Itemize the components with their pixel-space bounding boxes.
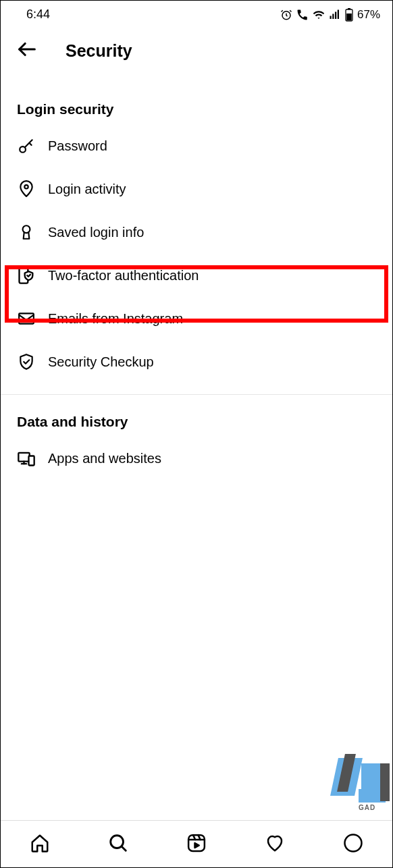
status-bar: 6:44 67% (1, 1, 392, 26)
heart-icon (265, 833, 285, 856)
svg-rect-12 (19, 313, 34, 323)
watermark-text: GAD (359, 804, 375, 811)
status-time: 6:44 (26, 7, 50, 22)
nav-profile[interactable] (341, 832, 365, 857)
svg-rect-13 (18, 453, 29, 462)
row-apps-and-websites[interactable]: Apps and websites (1, 437, 392, 480)
page-title: Security (66, 41, 132, 61)
svg-rect-14 (29, 456, 34, 466)
nav-reels[interactable] (184, 832, 209, 857)
signal-icon (329, 9, 341, 21)
row-label: Password (48, 138, 107, 154)
status-icons: 67% (280, 8, 380, 22)
row-login-activity[interactable]: Login activity (1, 167, 392, 211)
envelope-icon (17, 309, 36, 328)
svg-rect-7 (346, 13, 352, 20)
phone-call-icon (296, 9, 309, 21)
key-icon (17, 136, 36, 155)
nav-activity[interactable] (263, 832, 287, 857)
battery-icon (345, 8, 353, 22)
row-saved-login-info[interactable]: Saved login info (1, 211, 392, 254)
row-label: Login activity (48, 182, 126, 197)
search-icon (108, 833, 128, 856)
svg-rect-2 (332, 13, 334, 19)
home-icon (30, 833, 50, 856)
bottom-navigation (1, 820, 392, 867)
back-arrow-icon[interactable] (16, 38, 38, 63)
nav-home[interactable] (28, 832, 52, 857)
alarm-icon (280, 9, 292, 21)
svg-rect-4 (338, 9, 339, 19)
page-header: Security (1, 26, 392, 69)
row-security-checkup[interactable]: Security Checkup (1, 340, 392, 383)
svg-rect-1 (330, 16, 331, 19)
phone-shield-icon (17, 266, 36, 285)
svg-rect-3 (335, 11, 336, 19)
keyhole-icon (17, 223, 36, 242)
battery-percentage: 67% (357, 8, 380, 22)
nav-search[interactable] (106, 832, 130, 857)
section-header-login-security: Login security (1, 69, 392, 124)
svg-point-17 (345, 834, 362, 851)
section-header-data-history: Data and history (1, 395, 392, 437)
profile-avatar-icon (343, 833, 363, 856)
row-label: Two-factor authentication (48, 268, 199, 283)
row-emails-from-instagram[interactable]: Emails from Instagram (1, 297, 392, 340)
row-label: Emails from Instagram (48, 311, 183, 327)
svg-rect-6 (348, 8, 350, 9)
row-label: Security Checkup (48, 354, 154, 370)
content-area: Login security Password Login activity S… (1, 69, 392, 480)
devices-icon (17, 449, 36, 468)
row-label: Saved login info (48, 225, 144, 240)
svg-point-9 (24, 185, 28, 188)
location-pin-icon (17, 180, 36, 198)
watermark-logo: GAD (325, 754, 392, 819)
reels-icon (186, 833, 207, 856)
row-two-factor-authentication[interactable]: Two-factor authentication (1, 254, 392, 297)
wifi-icon (313, 9, 325, 21)
row-password[interactable]: Password (1, 124, 392, 167)
row-label: Apps and websites (48, 451, 161, 466)
shield-check-icon (17, 352, 36, 371)
